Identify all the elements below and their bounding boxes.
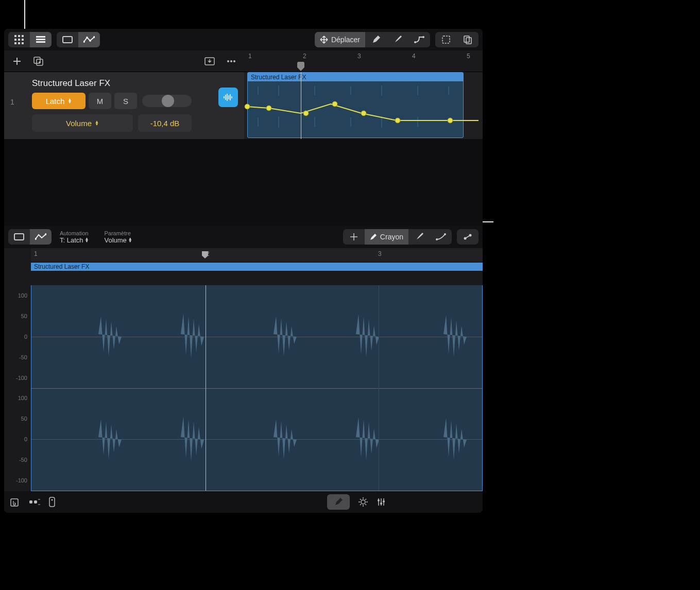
copy-icon (463, 35, 472, 44)
playhead[interactable] (297, 62, 304, 71)
select-button[interactable] (435, 32, 457, 47)
db-scale: 100 50 0 -50 -100 100 50 0 -50 -100 (5, 285, 30, 491)
arrange-lane[interactable]: Structured Laser FX (244, 72, 483, 139)
editor-param-selector[interactable]: Paramètre Volume▲▼ (104, 230, 132, 244)
edit-mode-pencil-button[interactable] (327, 494, 350, 510)
solo-button[interactable]: S (114, 93, 137, 109)
grid-view-button[interactable] (8, 32, 30, 47)
pencil-tool-button[interactable] (365, 32, 387, 47)
mute-button[interactable]: M (89, 93, 111, 109)
ruler-mark: 5 (467, 53, 470, 60)
editor-param-caption: Paramètre (104, 230, 132, 236)
db-label: -100 (16, 477, 27, 483)
db-label: -100 (16, 375, 27, 381)
ruler-mark: 3 (378, 250, 382, 257)
move-tool-label: Déplacer (331, 36, 360, 44)
mute-label: M (97, 97, 104, 106)
waveform-display[interactable]: 100 50 0 -50 -100 100 50 0 -50 -100 (31, 285, 483, 491)
svg-point-51 (361, 111, 366, 116)
svg-point-58 (444, 233, 446, 235)
automation-param-selector[interactable]: Volume ▲▼ (32, 114, 133, 132)
curve-icon (436, 233, 446, 240)
svg-rect-64 (34, 500, 37, 504)
brush-icon (394, 36, 402, 44)
chevron-updown-icon: ▲▼ (85, 237, 89, 242)
duplicate-track-button[interactable] (31, 54, 46, 69)
svg-point-83 (383, 500, 385, 502)
library-button[interactable] (10, 497, 21, 507)
marquee-icon (441, 35, 451, 44)
editor-automation-mode-selector[interactable]: Automation T: Latch▲▼ (60, 230, 89, 244)
chevron-updown-icon: ▲▼ (67, 98, 72, 103)
more-button[interactable] (224, 54, 239, 69)
track-header[interactable]: 1 Structured Laser FX Latch ▲▼ M S Volum… (4, 72, 244, 139)
region-view-button[interactable] (57, 32, 78, 47)
editor-param-value: Volume (104, 236, 126, 244)
copy-button[interactable] (457, 32, 479, 47)
bottom-toolbar (4, 491, 483, 513)
editor-automation-view-button[interactable] (30, 229, 52, 245)
curve-icon (414, 36, 424, 43)
svg-point-53 (448, 118, 453, 123)
duplicate-icon (33, 57, 44, 66)
svg-rect-63 (29, 500, 32, 504)
automation-view-button[interactable] (78, 32, 100, 47)
slider-knob[interactable] (162, 95, 174, 107)
svg-line-77 (365, 499, 366, 500)
import-icon (204, 57, 215, 65)
eq-button[interactable] (377, 497, 386, 507)
mixer-button[interactable] (29, 498, 40, 506)
curve-tool-button[interactable] (408, 32, 430, 47)
svg-line-76 (360, 504, 361, 505)
editor-automation-caption: Automation (60, 230, 89, 236)
add-track-button[interactable] (9, 54, 25, 69)
svg-rect-5 (22, 39, 24, 41)
svg-rect-11 (36, 41, 45, 43)
editor-ruler[interactable]: 1 2 3 (31, 248, 483, 263)
automation-value-display[interactable]: -10,4 dB (138, 114, 192, 132)
db-label: 0 (24, 436, 27, 442)
editor-pencil-label: Crayon (380, 233, 403, 241)
inspector-button[interactable] (48, 497, 56, 507)
editor-curve-tool-button[interactable] (430, 229, 452, 245)
brightness-button[interactable] (358, 497, 368, 507)
track-row: 1 Structured Laser FX Latch ▲▼ M S Volum… (4, 72, 483, 139)
import-button[interactable] (202, 54, 217, 69)
record-enable-button[interactable] (218, 88, 238, 107)
svg-point-15 (89, 40, 91, 42)
svg-point-18 (422, 36, 424, 38)
move-tool-button[interactable]: Déplacer (315, 32, 365, 47)
volume-slider[interactable] (142, 95, 192, 107)
svg-line-74 (360, 499, 361, 500)
db-label: 0 (24, 334, 27, 340)
svg-rect-9 (36, 36, 45, 38)
svg-point-25 (227, 60, 229, 62)
automation-curve[interactable] (244, 78, 481, 140)
grid-icon (14, 35, 24, 44)
arrange-playhead-line (301, 72, 301, 139)
editor-region-header[interactable]: Structured Laser FX (31, 263, 483, 271)
editor-nodes-button[interactable] (457, 229, 479, 245)
svg-point-48 (266, 106, 271, 111)
ruler-mark: 1 (248, 53, 252, 60)
editor-pencil-tool-button[interactable]: Crayon (365, 229, 408, 245)
solo-label: S (123, 97, 128, 106)
list-view-button[interactable] (30, 32, 52, 47)
svg-rect-8 (22, 42, 24, 44)
svg-rect-4 (18, 39, 20, 41)
editor-region-view-button[interactable] (8, 229, 30, 245)
db-label: 50 (21, 313, 27, 319)
automation-mode-button[interactable]: Latch ▲▼ (32, 93, 86, 109)
svg-point-57 (436, 238, 438, 240)
svg-point-14 (86, 37, 88, 39)
inspector-icon (48, 497, 56, 507)
ellipsis-icon (227, 60, 236, 63)
brush-tool-button[interactable] (387, 32, 408, 47)
display-mode-group (57, 32, 100, 47)
rectangle-icon (62, 36, 73, 43)
editor-move-tool-button[interactable] (343, 229, 365, 245)
db-label: 100 (18, 395, 27, 401)
editor-brush-tool-button[interactable] (408, 229, 430, 245)
arrange-ruler[interactable]: 1 2 3 4 5 (244, 50, 483, 72)
plus-icon (12, 57, 22, 66)
